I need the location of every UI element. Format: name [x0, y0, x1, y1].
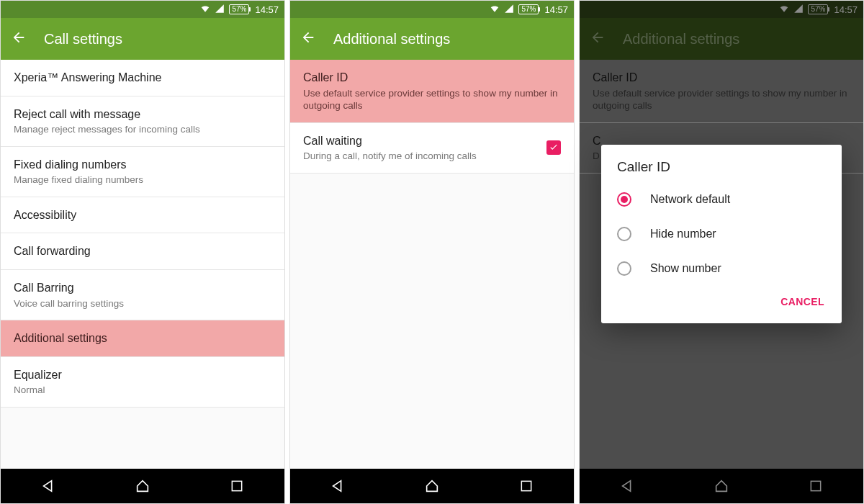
row-sublabel: Use default service provider settings to… [593, 87, 850, 112]
dialog-title: Caller ID [601, 159, 842, 182]
radio-icon [617, 261, 631, 276]
back-icon[interactable] [11, 30, 27, 48]
android-nav-bar [1, 469, 284, 503]
clock: 14:57 [544, 4, 568, 15]
screen-call-settings: 57% 14:57 Call settings Xperia™ Answerin… [0, 0, 285, 504]
row-label: Accessibility [14, 207, 271, 223]
settings-list: Caller ID Use default service provider s… [290, 60, 574, 469]
row-accessibility[interactable]: Accessibility [1, 197, 284, 234]
option-hide-number[interactable]: Hide number [601, 217, 842, 251]
page-title: Call settings [44, 31, 122, 48]
row-answering-machine[interactable]: Xperia™ Answering Machine [1, 60, 284, 96]
page-title: Additional settings [623, 31, 739, 48]
nav-back[interactable] [19, 478, 77, 494]
option-network-default[interactable]: Network default [601, 182, 842, 217]
svg-rect-1 [522, 481, 531, 490]
settings-list: Xperia™ Answering Machine Reject call wi… [1, 60, 284, 469]
option-label: Show number [650, 262, 721, 275]
row-label: Reject call with message [14, 107, 271, 122]
screen-additional-settings: 57% 14:57 Additional settings Caller ID … [289, 0, 575, 504]
wifi-icon [200, 4, 210, 16]
row-caller-id[interactable]: Caller ID Use default service provider s… [290, 60, 574, 123]
row-call-forwarding[interactable]: Call forwarding [1, 233, 284, 270]
row-reject-call[interactable]: Reject call with message Manage reject m… [1, 96, 284, 147]
svg-rect-0 [233, 481, 242, 490]
back-icon[interactable] [590, 30, 606, 48]
row-label: Equalizer [14, 367, 271, 383]
row-label: Additional settings [14, 330, 271, 346]
clock: 14:57 [834, 4, 858, 15]
wifi-icon [779, 4, 789, 16]
row-sublabel: Manage reject messages for incoming call… [14, 123, 271, 136]
cancel-button[interactable]: CANCEL [772, 290, 833, 313]
nav-recent[interactable] [787, 479, 845, 493]
status-bar: 57% 14:57 [580, 1, 863, 18]
row-label: Xperia™ Answering Machine [14, 70, 271, 86]
signal-icon [504, 4, 514, 16]
call-waiting-checkbox[interactable] [546, 140, 561, 155]
nav-recent[interactable] [498, 479, 555, 493]
option-label: Hide number [650, 228, 716, 240]
dialog-actions: CANCEL [601, 286, 842, 318]
caller-id-dialog: Caller ID Network default Hide number Sh… [601, 145, 842, 323]
nav-back[interactable] [598, 478, 656, 494]
android-nav-bar [290, 469, 574, 503]
status-bar: 57% 14:57 [1, 1, 284, 18]
row-sublabel: Normal [14, 384, 271, 397]
row-sublabel: Manage fixed dialing numbers [14, 174, 271, 186]
row-label: Call Barring [14, 280, 271, 296]
clock: 14:57 [255, 4, 279, 15]
screen-caller-id-dialog: 57% 14:57 Additional settings Caller ID … [579, 0, 864, 504]
app-bar: Call settings [1, 18, 284, 60]
row-equalizer[interactable]: Equalizer Normal [1, 357, 284, 408]
option-show-number[interactable]: Show number [601, 251, 842, 286]
row-label: Call waiting [303, 133, 538, 149]
nav-back[interactable] [309, 478, 366, 494]
row-fixed-dialing[interactable]: Fixed dialing numbers Manage fixed diali… [1, 147, 284, 197]
back-icon[interactable] [300, 30, 316, 48]
row-label: Caller ID [303, 70, 561, 86]
battery-indicator: 57% [808, 4, 828, 14]
nav-home[interactable] [693, 478, 750, 494]
option-label: Network default [650, 193, 730, 206]
app-bar: Additional settings [290, 18, 574, 60]
battery-indicator: 57% [518, 4, 539, 14]
status-bar: 57% 14:57 [290, 1, 574, 18]
page-title: Additional settings [333, 31, 450, 48]
row-sublabel: During a call, notify me of incoming cal… [303, 150, 538, 163]
radio-icon [617, 192, 631, 207]
row-label: Fixed dialing numbers [14, 157, 271, 173]
row-call-barring[interactable]: Call Barring Voice call barring settings [1, 270, 284, 320]
android-nav-bar [580, 469, 863, 503]
radio-icon [617, 227, 631, 241]
row-sublabel: Use default service provider settings to… [303, 87, 561, 112]
row-additional-settings[interactable]: Additional settings [1, 320, 284, 357]
signal-icon [793, 4, 804, 16]
nav-home[interactable] [403, 478, 461, 494]
svg-rect-2 [811, 481, 821, 490]
row-sublabel: Voice call barring settings [14, 297, 271, 310]
battery-indicator: 57% [229, 4, 249, 14]
row-label: Caller ID [593, 70, 850, 86]
wifi-icon [490, 4, 500, 16]
row-label: Call forwarding [14, 243, 271, 259]
row-call-waiting[interactable]: Call waiting During a call, notify me of… [290, 123, 574, 174]
row-caller-id: Caller ID Use default service provider s… [580, 60, 863, 123]
nav-recent[interactable] [208, 479, 266, 493]
nav-home[interactable] [114, 478, 171, 494]
signal-icon [215, 4, 225, 16]
app-bar: Additional settings [580, 18, 863, 60]
